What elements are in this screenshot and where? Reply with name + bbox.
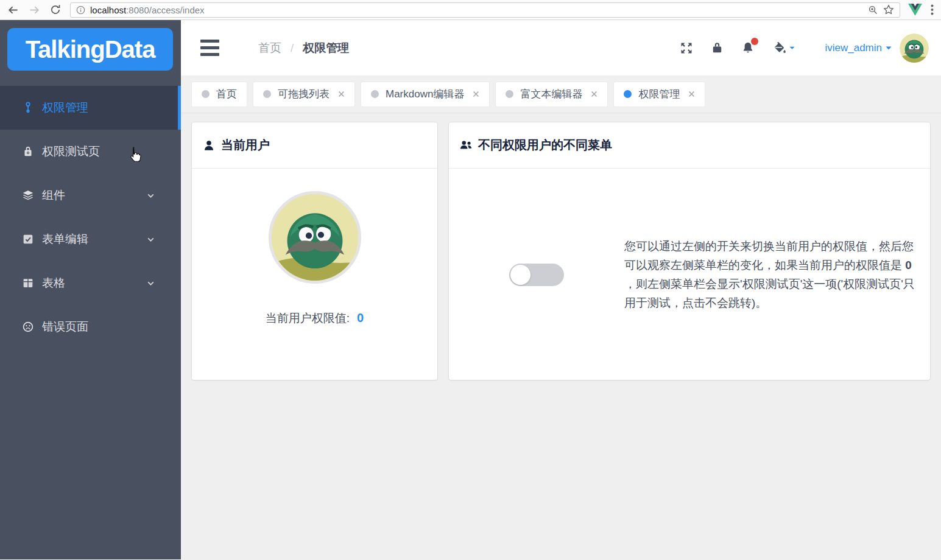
description-text: ，则左侧菜单栏会显示'权限测试页'这一项('权限测试页'只用于测试，点击不会跳转… xyxy=(624,278,915,309)
menu-permission-card-header: 不同权限用户的不同菜单 xyxy=(449,122,930,169)
browser-menu-icon[interactable] xyxy=(931,4,934,15)
chevron-down-icon xyxy=(146,279,155,288)
sidebar-item-components[interactable]: 组件 xyxy=(0,173,181,217)
tab-close-icon[interactable] xyxy=(338,91,345,97)
browser-toolbar-right xyxy=(908,4,934,16)
chevron-down-icon xyxy=(146,235,155,244)
lock-screen-icon[interactable] xyxy=(710,41,724,55)
zoom-icon[interactable] xyxy=(868,5,878,15)
sidebar-item-access-admin[interactable]: 权限管理 xyxy=(0,86,181,130)
sidebar-item-form-edit[interactable]: 表单编辑 xyxy=(0,217,181,261)
browser-refresh-icon[interactable] xyxy=(49,3,62,16)
vue-devtools-icon[interactable] xyxy=(908,4,922,16)
permission-description: 您可以通过左侧的开关来切换当前用户的权限值，然后您可以观察左侧菜单栏的变化，如果… xyxy=(624,237,930,312)
content-column: 首页 / 权限管理 xyxy=(181,20,941,559)
lock-icon xyxy=(21,145,35,158)
sidebar-item-label: 表单编辑 xyxy=(42,231,88,247)
sidebar-item-error-pages[interactable]: 错误页面 xyxy=(0,305,181,349)
permission-label: 当前用户权限值: xyxy=(266,310,350,326)
tab-dot-icon xyxy=(624,90,632,98)
username-text: iview_admin xyxy=(825,42,882,54)
current-user-avatar xyxy=(269,191,361,284)
tab-home[interactable]: 首页 xyxy=(191,82,247,107)
tab-draggable-list[interactable]: 可拖拽列表 xyxy=(253,82,355,107)
menu-permission-card: 不同权限用户的不同菜单 您可以通过左侧的开关来切换当前用户的权限值，然后您可以观… xyxy=(448,122,931,380)
browser-chrome: localhost:8080/access/index xyxy=(0,0,941,20)
notification-badge xyxy=(751,38,758,45)
checkbox-icon xyxy=(21,233,35,246)
tab-access-admin[interactable]: 权限管理 xyxy=(613,82,705,107)
tab-close-icon[interactable] xyxy=(473,91,479,97)
tab-label: 富文本编辑器 xyxy=(520,87,582,101)
app-shell: TalkingData 权限管理 权限测试页 xyxy=(0,20,941,559)
tab-label: Markdown编辑器 xyxy=(386,87,464,101)
sad-face-icon xyxy=(21,320,35,334)
permission-value-row: 当前用户权限值: 0 xyxy=(266,310,364,326)
sidebar-item-access-test[interactable]: 权限测试页 xyxy=(0,130,181,173)
tab-close-icon[interactable] xyxy=(688,91,695,97)
tab-dot-icon xyxy=(371,90,379,98)
tab-richtext-editor[interactable]: 富文本编辑器 xyxy=(495,82,608,107)
bookmark-star-icon[interactable] xyxy=(883,4,894,15)
browser-back-icon[interactable] xyxy=(6,3,19,16)
current-user-card-header: 当前用户 xyxy=(192,122,437,169)
page-tags-bar: 首页 可拖拽列表 Markdown编辑器 富文本编辑器 xyxy=(181,75,941,113)
sidebar-item-label: 错误页面 xyxy=(42,319,88,335)
current-user-card-body: 当前用户权限值: 0 xyxy=(192,169,437,326)
sidebar: TalkingData 权限管理 权限测试页 xyxy=(0,20,181,559)
tab-label: 可拖拽列表 xyxy=(278,87,330,101)
sidebar-item-tables[interactable]: 表格 xyxy=(0,261,181,305)
breadcrumb-home[interactable]: 首页 xyxy=(258,40,281,56)
tab-label: 首页 xyxy=(216,87,237,101)
person-icon xyxy=(202,139,216,152)
current-user-card: 当前用户 当前用户权限值: 0 xyxy=(191,122,438,380)
description-text: 您可以通过左侧的开关来切换当前用户的权限值，然后您可以观察左侧菜单栏的变化，如果… xyxy=(624,240,914,271)
switch-knob xyxy=(510,265,530,285)
tab-close-icon[interactable] xyxy=(591,91,597,97)
top-header: 首页 / 权限管理 xyxy=(181,20,941,75)
logo-container: TalkingData xyxy=(0,20,181,76)
sidebar-item-label: 权限测试页 xyxy=(42,144,100,159)
tab-markdown-editor[interactable]: Markdown编辑器 xyxy=(361,82,490,107)
browser-forward-icon[interactable] xyxy=(27,3,41,16)
url-text: localhost:8080/access/index xyxy=(90,5,205,15)
breadcrumb-current: 权限管理 xyxy=(303,40,349,56)
sidebar-item-label: 组件 xyxy=(42,187,65,203)
user-avatar[interactable] xyxy=(900,33,929,63)
switch-column xyxy=(449,264,624,286)
site-info-icon[interactable] xyxy=(76,5,85,15)
card-title: 当前用户 xyxy=(221,137,270,153)
breadcrumb-separator: / xyxy=(291,41,294,55)
talkingdata-logo: TalkingData xyxy=(7,28,173,71)
description-bold-value: 0 xyxy=(905,259,912,271)
theme-icon[interactable] xyxy=(772,40,795,55)
logo-text: TalkingData xyxy=(26,36,155,63)
tab-dot-icon xyxy=(263,90,271,98)
sidebar-menu: 权限管理 权限测试页 组件 xyxy=(0,86,181,349)
people-icon xyxy=(459,139,473,152)
header-actions: iview_admin xyxy=(663,33,929,63)
breadcrumb: 首页 / 权限管理 xyxy=(258,40,349,56)
layers-icon xyxy=(21,189,35,202)
screen: localhost:8080/access/index Talk xyxy=(0,0,941,560)
fullscreen-icon[interactable] xyxy=(679,41,694,55)
permission-value: 0 xyxy=(357,311,364,325)
address-bar[interactable]: localhost:8080/access/index xyxy=(70,2,900,18)
tab-dot-icon xyxy=(202,90,210,98)
card-title: 不同权限用户的不同菜单 xyxy=(478,137,612,153)
menu-permission-card-body: 您可以通过左侧的开关来切换当前用户的权限值，然后您可以观察左侧菜单栏的变化，如果… xyxy=(449,169,930,380)
url-path: :8080/access/index xyxy=(126,5,204,15)
permission-switch[interactable] xyxy=(509,264,564,286)
key-icon xyxy=(21,101,35,114)
url-host: localhost xyxy=(90,5,126,15)
tab-label: 权限管理 xyxy=(638,87,680,101)
sidebar-item-label: 表格 xyxy=(42,275,65,291)
bell-icon[interactable] xyxy=(741,41,755,55)
user-dropdown[interactable]: iview_admin xyxy=(825,42,892,54)
menu-toggle-button[interactable] xyxy=(200,40,219,56)
chevron-down-icon xyxy=(146,191,155,200)
sidebar-item-label: 权限管理 xyxy=(42,100,88,116)
main-content: 当前用户 当前用户权限值: 0 xyxy=(181,113,941,559)
table-icon xyxy=(21,276,35,290)
tab-dot-icon xyxy=(506,90,513,98)
